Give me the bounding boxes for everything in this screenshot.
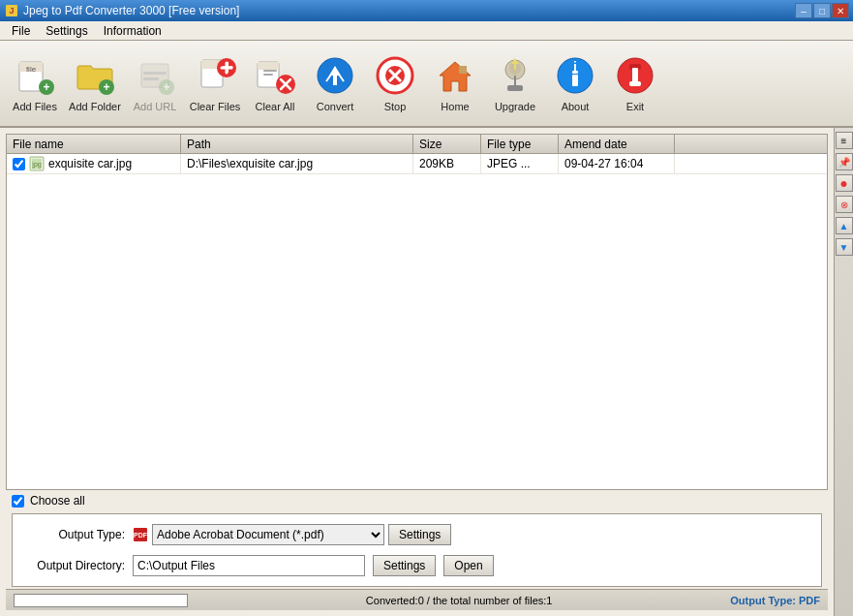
svg-rect-42	[572, 71, 578, 74]
filename-text: exquisite car.jpg	[48, 157, 132, 170]
menu-information[interactable]: Information	[96, 22, 169, 40]
svg-rect-10	[143, 72, 167, 75]
open-button[interactable]: Open	[443, 555, 493, 576]
sidebar-btn-2[interactable]: 📌	[836, 153, 853, 170]
sidebar-btn-4[interactable]: ⊗	[836, 196, 853, 213]
file-type-icon: jpg	[29, 156, 45, 171]
cell-amenddate: 09-04-27 16:04	[559, 154, 675, 173]
svg-text:+: +	[43, 80, 49, 94]
menu-settings[interactable]: Settings	[38, 22, 95, 40]
add-url-label: Add URL	[134, 101, 177, 112]
window-title: Jpeg to Pdf Converter 3000 [Free version…	[23, 4, 239, 17]
row-checkbox[interactable]	[13, 158, 25, 170]
right-sidebar: ≡ 📌 ● ⊗ ▲ ▼	[834, 128, 853, 616]
svg-rect-46	[629, 81, 641, 86]
svg-rect-23	[263, 74, 273, 76]
output-panel: Output Type: PDF Adobe Acrobat Document …	[12, 513, 822, 587]
minimize-button[interactable]: –	[795, 3, 812, 18]
title-bar: J Jpeg to Pdf Converter 3000 [Free versi…	[0, 0, 853, 21]
exit-label: Exit	[626, 101, 644, 112]
menu-file[interactable]: File	[4, 22, 38, 40]
output-type-label: Output Type:	[28, 528, 125, 541]
sidebar-btn-6[interactable]: ▼	[836, 238, 853, 256]
table-row: jpg exquisite car.jpg D:\Files\exquisite…	[7, 154, 827, 174]
sidebar-btn-3[interactable]: ●	[836, 174, 853, 192]
cell-path: D:\Files\exquisite car.jpg	[181, 154, 413, 173]
about-icon: i	[554, 54, 596, 97]
progress-bar	[14, 594, 188, 607]
output-dir-input[interactable]	[133, 555, 365, 576]
clear-files-button[interactable]: ✕ Clear Files	[186, 46, 244, 121]
clear-all-button[interactable]: Clear All	[246, 46, 304, 121]
cell-size: 209KB	[413, 154, 481, 173]
col-path: Path	[181, 135, 413, 153]
stop-button[interactable]: Stop	[366, 46, 424, 121]
window-controls[interactable]: – □ ✕	[795, 3, 849, 18]
cell-filetype: JPEG ...	[481, 154, 559, 173]
upgrade-label: Upgrade	[495, 101, 535, 112]
choose-all-checkbox[interactable]	[12, 495, 24, 508]
col-size: Size	[413, 135, 481, 153]
bottom-controls: Choose all Output Type: PDF Adobe Acroba…	[6, 490, 828, 589]
svg-rect-22	[263, 70, 277, 72]
add-files-button[interactable]: file + Add Files	[6, 46, 64, 121]
home-button[interactable]: Home	[426, 46, 484, 121]
svg-text:file: file	[26, 65, 37, 74]
cell-filename: jpg exquisite car.jpg	[7, 154, 181, 173]
svg-rect-38	[507, 85, 523, 91]
svg-text:+: +	[103, 80, 109, 94]
output-select-wrap: PDF Adobe Acrobat Document (*.pdf) Setti…	[133, 524, 451, 545]
restore-button[interactable]: □	[813, 3, 831, 18]
col-filetype: File type	[481, 135, 559, 153]
home-label: Home	[441, 101, 469, 112]
add-files-label: Add Files	[13, 101, 57, 112]
add-folder-label: Add Folder	[69, 101, 121, 112]
output-type-row: Output Type: PDF Adobe Acrobat Document …	[28, 524, 806, 545]
choose-all-row: Choose all	[12, 494, 822, 508]
exit-icon	[614, 54, 656, 97]
output-type-select[interactable]: Adobe Acrobat Document (*.pdf)	[152, 524, 384, 545]
table-body: jpg exquisite car.jpg D:\Files\exquisite…	[7, 154, 827, 489]
svg-rect-21	[258, 62, 279, 70]
converted-text: Converted:0 / the total number of files:…	[366, 595, 553, 606]
svg-rect-41	[572, 75, 578, 86]
about-label: About	[562, 101, 590, 112]
convert-button[interactable]: Convert	[306, 46, 364, 121]
upgrade-button[interactable]: Upgrade	[486, 46, 544, 121]
clear-files-label: Clear Files	[190, 101, 241, 112]
menu-bar: File Settings Information	[0, 21, 853, 41]
stop-icon	[374, 54, 416, 97]
dir-settings-button[interactable]: Settings	[373, 555, 436, 576]
clear-files-icon: ✕	[194, 54, 236, 97]
add-folder-icon: +	[74, 54, 116, 97]
convert-icon	[314, 54, 356, 97]
table-header: File name Path Size File type Amend date	[7, 135, 827, 154]
clear-all-label: Clear All	[256, 101, 295, 112]
add-files-icon: file +	[14, 54, 56, 97]
svg-text:jpg: jpg	[31, 161, 41, 169]
choose-all-label: Choose all	[30, 494, 85, 508]
exit-button[interactable]: Exit	[606, 46, 664, 121]
add-folder-button[interactable]: + Add Folder	[66, 46, 124, 121]
toolbar: file + Add Files + Add Folder +	[0, 41, 853, 128]
svg-text:PDF: PDF	[134, 532, 148, 539]
svg-rect-11	[143, 77, 159, 80]
file-area: File name Path Size File type Amend date…	[0, 128, 834, 616]
main-content: File name Path Size File type Amend date…	[0, 128, 853, 616]
pdf-icon: PDF	[133, 527, 148, 542]
svg-rect-45	[632, 68, 638, 83]
sidebar-btn-1[interactable]: ≡	[836, 132, 853, 149]
about-button[interactable]: i About	[546, 46, 604, 121]
close-button[interactable]: ✕	[832, 3, 849, 18]
output-dir-row: Output Directory: Settings Open	[28, 555, 806, 576]
col-filename: File name	[7, 135, 181, 153]
sidebar-btn-5[interactable]: ▲	[836, 217, 853, 234]
svg-text:J: J	[9, 6, 14, 15]
output-type-status: Output Type: PDF	[730, 595, 820, 606]
svg-text:+: +	[163, 80, 169, 94]
output-dir-label: Output Directory:	[28, 559, 125, 572]
upgrade-icon	[494, 54, 536, 97]
clear-all-icon	[254, 54, 296, 97]
output-settings-button[interactable]: Settings	[388, 524, 451, 545]
add-url-button: + Add URL	[126, 46, 184, 121]
